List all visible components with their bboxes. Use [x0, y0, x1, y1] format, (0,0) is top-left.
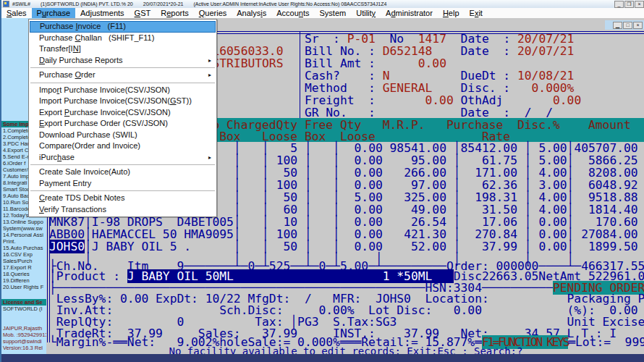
sidebar-item: Sales/Purch — [1, 258, 46, 264]
window-title: #SWIL#(1)SOFTWORLD (INDIA) PVT. LTD.% 20… — [12, 1, 397, 7]
sidebar-header-license: License and Se — [1, 299, 46, 306]
status-line: No facility available to edit records; E… — [46, 345, 644, 354]
menubar-item-sales[interactable]: Sales — [1, 8, 32, 18]
menu-bar: SalesPurchaseAdjustmentsGSTReportsQuerie… — [1, 8, 644, 19]
menu-item[interactable]: iPurchase▸ — [30, 152, 216, 164]
menu-item[interactable]: Export Purchase Invoice(CSV/JSON) — [30, 107, 216, 119]
menubar-item-queries[interactable]: Queries — [194, 8, 232, 18]
app-icon — [3, 1, 9, 7]
menu-item[interactable]: Import Purchase Invoice(CSV/JSON(GST)) — [30, 96, 216, 107]
submenu-arrow-icon: ▸ — [208, 55, 211, 67]
menubar-item-exit[interactable]: Exit — [465, 8, 488, 18]
sidebar-license-line — [1, 312, 46, 319]
sidebar-license-line: JAIPUR,Rajasth — [1, 325, 46, 332]
sidebar-item: 16.CSV Exp — [1, 251, 46, 258]
menu-item[interactable]: Transfer[IN] — [30, 43, 216, 55]
submenu-arrow-icon: ▸ — [208, 152, 211, 164]
menu-separator — [30, 190, 215, 191]
application-window: #SWIL#(1)SOFTWORLD (INDIA) PVT. LTD.% 20… — [0, 0, 644, 362]
menu-item[interactable]: Compare(Order and Invoice) — [30, 140, 216, 152]
child-window-controls: ▁ □ × — [605, 20, 644, 30]
sidebar-license-line — [1, 319, 46, 325]
menu-separator — [30, 164, 215, 165]
menu-item[interactable]: Purchase Challan (SHIFT_F11) — [30, 33, 216, 44]
title-segment: (1)SOFTWORLD (INDIA) PVT. LTD.% 20 — [41, 1, 133, 7]
screen-text: 20/07/21 — [517, 44, 574, 58]
sidebar-item: 13.Online Suppo — [1, 219, 46, 225]
screen-text: 0.00 — [553, 93, 581, 107]
menu-item[interactable]: Download Purchase (SWIL) — [30, 130, 216, 141]
close-button[interactable]: × — [635, 1, 644, 8]
title-segment: 20/07/2021*20-21 — [143, 1, 184, 7]
sidebar-license-line: SOFTWORLD (I — [1, 306, 46, 312]
menubar-item-system[interactable]: System — [315, 8, 352, 18]
sidebar-item: 19.Differen — [1, 277, 46, 284]
table-row[interactable]: ABB00│HAEMACCEL 50 HMA9095│ │ 100 │ │ 0.… — [46, 228, 638, 240]
title-segment: (Active User:ADMIN Internet:InActive Use… — [193, 1, 386, 7]
menubar-item-utility[interactable]: Utility — [351, 8, 381, 18]
menu-item[interactable]: Purchase Order▸ — [30, 70, 216, 81]
title-segment: #SWIL# — [12, 1, 30, 7]
menubar-item-purchase[interactable]: Purchase — [32, 8, 76, 18]
menubar-item-help[interactable]: Help — [438, 8, 465, 18]
window-controls: _ ❐ × — [614, 1, 644, 8]
sidebar-item: System(www.sw — [1, 225, 46, 232]
table-row[interactable]: MNK87│I-98 DROPS D4BET005│ │ 10 │ │ 0.00… — [46, 216, 638, 228]
menu-item[interactable]: Export Purchase Order (CSV/JSON) — [30, 118, 216, 130]
menu-item[interactable]: Verify Transactions — [30, 204, 216, 216]
menubar-item-reports[interactable]: Reports — [156, 8, 194, 18]
child-close-button[interactable]: × — [633, 22, 643, 29]
menu-item[interactable]: Import Purchase Invoice(CSV/JSON) — [30, 85, 216, 96]
restore-button[interactable]: ❐ — [624, 1, 634, 8]
table-row[interactable]: JOHS0│J BABY OIL 5 . │ │ 50 │ │ 0.00 52.… — [46, 240, 638, 253]
menu-separator — [30, 83, 215, 83]
sidebar-item: 18.Queries — [1, 271, 46, 277]
menu-item[interactable]: Daily Purchase Reports▸ — [30, 55, 216, 67]
sidebar-item: 15.Auto Purchas — [1, 245, 46, 251]
title-bar: #SWIL#(1)SOFTWORLD (INDIA) PVT. LTD.% 20… — [1, 0, 644, 8]
menubar-item-gst[interactable]: GST — [130, 8, 156, 18]
sidebar-license-line: Mob. :95294299138 — [1, 332, 46, 338]
bottom-bar — [1, 354, 644, 362]
menubar-item-adjustments[interactable]: Adjustments — [75, 8, 130, 18]
sidebar-item: 14.Personal Assi — [1, 232, 46, 238]
sidebar-license-line: Version:16.3 Rel — [1, 345, 46, 351]
sidebar-item: Print. — [1, 238, 46, 245]
menu-separator — [30, 67, 215, 68]
menu-item[interactable]: Create Sale Invoice(Auto) — [30, 167, 216, 178]
submenu-arrow-icon: ▸ — [208, 70, 211, 81]
minimize-button[interactable]: _ — [614, 1, 624, 8]
child-restore-button[interactable]: □ — [623, 22, 632, 29]
purchase-menu: Purchase Invoice (F11)Purchase Challan (… — [28, 19, 217, 217]
menu-item[interactable]: Purchase Invoice (F11) — [30, 21, 216, 33]
sidebar-item: 17.Export R — [1, 264, 46, 271]
sidebar-license-line: support@swindi — [1, 338, 46, 345]
menu-item[interactable]: Payment Entry — [30, 178, 216, 190]
menubar-item-administrator[interactable]: Administrator — [381, 8, 438, 18]
menubar-item-accounts[interactable]: Accounts — [271, 8, 314, 18]
menubar-item-analysis[interactable]: Analysis — [232, 8, 271, 18]
child-minimize-button[interactable]: ▁ — [613, 22, 622, 29]
sidebar-item: 20.User Rights F — [1, 284, 46, 290]
menu-item[interactable]: Create TDS Debit Notes — [30, 193, 216, 204]
